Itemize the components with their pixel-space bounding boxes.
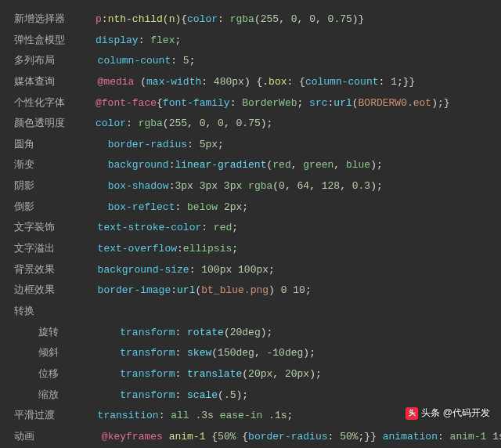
- code-token: :: [189, 264, 202, 276]
- code-token: :: [175, 347, 187, 359]
- code-token: :: [438, 431, 450, 443]
- code-token: anim-1: [450, 431, 493, 443]
- line-label: 平滑过渡: [14, 406, 55, 427]
- code-token: @font-face: [96, 97, 157, 109]
- code-token: (: [140, 76, 146, 88]
- code-token: anim-1: [169, 431, 212, 443]
- line-label: 多列布局: [14, 51, 55, 72]
- code-token: border-image: [98, 284, 171, 296]
- line-label: 渐变: [14, 155, 34, 176]
- code-token: {: [181, 13, 187, 25]
- line-label: 文字溢出: [14, 239, 55, 260]
- code-token: :: [187, 139, 200, 150]
- code-token: 5: [183, 55, 189, 67]
- code-token: {: [242, 431, 248, 443]
- code-token: 0: [309, 13, 315, 25]
- code-token: ,: [309, 180, 322, 192]
- code-line: 文字装饰 text-stroke-color: red;: [14, 218, 487, 239]
- code-token: @media: [98, 76, 141, 88]
- code-token: -10deg: [267, 347, 304, 359]
- code-token: :: [201, 222, 214, 233]
- code-token: :: [218, 13, 230, 25]
- code-line: 多列布局 column-count: 5;: [14, 51, 487, 72]
- code-line: 旋转 transform: rotate(20deg);: [14, 323, 487, 344]
- code-token: text-overflow: [98, 243, 177, 255]
- code-token: :: [175, 327, 187, 338]
- line-label: 个性化字体: [14, 93, 65, 114]
- code-token: 50%: [218, 431, 242, 443]
- code-token: );: [261, 327, 273, 338]
- code-token: background-size: [98, 264, 189, 276]
- code-token: 0: [200, 117, 206, 129]
- code-token: column-count: [98, 55, 171, 67]
- code-token: font-family: [163, 97, 230, 109]
- watermark-text: 头条 @代码开发: [421, 403, 490, 423]
- code-token: url: [177, 284, 195, 296]
- code-token: :: [171, 284, 177, 296]
- code-line: 媒体查询 @media (max-width: 480px) {.box: {c…: [14, 72, 487, 93]
- code-token: rgba: [230, 13, 254, 25]
- code-token: (: [163, 117, 169, 129]
- code-token: green: [303, 159, 333, 171]
- code-token: border-radius: [108, 139, 187, 150]
- code-token: transform: [120, 368, 175, 380]
- code-token: :: [139, 34, 151, 46]
- code-token: 3px 3px 3px: [175, 180, 248, 192]
- code-token: (: [272, 180, 279, 192]
- code-token: :nth-child(n): [102, 13, 181, 25]
- code-token: ,: [285, 180, 297, 192]
- code-token: );: [370, 180, 383, 192]
- code-token: );: [309, 368, 322, 380]
- line-label: 倾斜: [14, 343, 59, 364]
- code-token: .5: [224, 389, 236, 401]
- code-line: 背景效果 background-size: 100px 100px;: [14, 260, 487, 281]
- line-label: 文字装饰: [14, 218, 55, 239]
- code-token: .box: [262, 76, 287, 88]
- code-token: (: [218, 389, 224, 401]
- code-token: scale: [187, 389, 218, 401]
- code-line: 边框效果 border-image:url(bt_blue.png) 0 10;: [14, 280, 487, 302]
- line-label: 阴影: [14, 176, 34, 197]
- code-line: 缩放 transform: scale(.5);: [14, 385, 487, 406]
- code-token: );: [261, 117, 273, 129]
- code-token: ;: [305, 284, 312, 296]
- code-token: :: [328, 431, 341, 443]
- code-token: (: [211, 347, 218, 359]
- code-token: 255: [169, 117, 187, 129]
- code-token: 150deg: [218, 347, 254, 359]
- code-token: (: [242, 368, 248, 380]
- code-line: 倒影 box-reflect: below 2px;: [14, 197, 487, 219]
- code-token: ;: [269, 264, 275, 276]
- toutiao-logo-icon: 头: [405, 407, 418, 420]
- code-token: linear-gradient: [175, 159, 266, 171]
- code-token: ,: [206, 117, 218, 129]
- code-line: 弹性盒模型 display: flex;: [14, 31, 487, 52]
- line-label: 圆角: [14, 135, 34, 156]
- code-token: );: [370, 159, 383, 171]
- code-line: 阴影 box-shadow:3px 3px 3px rgba(0, 64, 12…: [14, 176, 487, 197]
- code-token: ;: [175, 34, 181, 46]
- code-token: translate: [187, 368, 242, 380]
- code-token: text-stroke-color: [98, 222, 202, 233]
- code-block: 新增选择器 p:nth-child(n){color: rgba(255, 0,…: [14, 9, 487, 447]
- line-label: 旋转: [14, 323, 59, 344]
- code-token: ): [269, 284, 281, 296]
- line-label: 动画: [14, 427, 34, 448]
- code-line: 转换: [14, 302, 487, 323]
- line-label: 媒体查询: [14, 72, 55, 93]
- code-token: color: [187, 13, 218, 25]
- code-token: skew: [187, 347, 211, 359]
- code-token: 128: [322, 180, 340, 192]
- code-token: (: [352, 97, 359, 109]
- code-token: ;: [242, 201, 248, 213]
- code-token: 50%: [340, 431, 358, 443]
- code-token: :: [175, 389, 187, 401]
- code-token: @keyframes: [102, 431, 169, 443]
- code-token: ;: [189, 55, 196, 67]
- code-token: transform: [120, 327, 175, 338]
- code-token: ,: [315, 13, 328, 25]
- code-line: 新增选择器 p:nth-child(n){color: rgba(255, 0,…: [14, 9, 487, 31]
- code-token: column-count: [305, 76, 379, 88]
- code-token: :: [159, 410, 171, 421]
- code-token: 20px: [285, 368, 309, 380]
